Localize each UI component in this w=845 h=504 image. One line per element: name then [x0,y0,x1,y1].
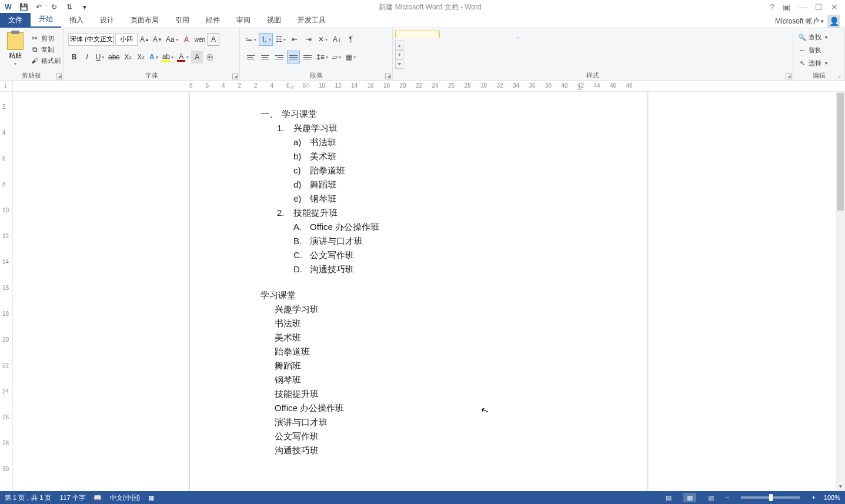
vertical-ruler[interactable]: 24681012141618202224262830 [0,92,13,491]
subscript-button[interactable]: X2 [122,51,133,64]
clear-formatting-button[interactable]: A̷ [181,33,192,46]
align-center-button[interactable] [259,51,272,64]
line-spacing-button[interactable]: ‡≡ [315,51,329,64]
align-right-button[interactable] [273,51,286,64]
touch-mode-button[interactable]: ⇅ [64,1,75,13]
tab-file[interactable]: 文件 [0,13,31,28]
font-dialog-launcher[interactable]: ◢ [232,74,238,79]
help-button[interactable]: ? [770,2,774,12]
replace-button[interactable]: ↔替换 [796,44,842,56]
tab-review[interactable]: 审阅 [228,13,259,28]
tab-developer[interactable]: 开发工具 [289,13,334,28]
phonetic-guide-button[interactable]: wén [193,33,206,46]
zoom-slider-knob[interactable] [769,494,773,501]
format-painter-button[interactable]: 🖌格式刷 [31,56,61,65]
first-line-indent-marker[interactable]: ▽ [290,85,296,89]
app-icon[interactable]: W [2,1,14,13]
qat-customize-dropdown[interactable]: ▾ [79,1,91,13]
horizontal-ruler[interactable]: ▽ △ △ 8642246810121416182022242628303234… [189,81,845,91]
font-size-combo[interactable]: 小四 [115,33,138,46]
undo-button[interactable]: ↶ [33,1,45,13]
style-item-4[interactable]: AaBbC标题 [574,31,619,38]
save-button[interactable]: 💾 [18,1,29,13]
zoom-out-button[interactable]: − [726,494,729,501]
sort-button[interactable]: A↓ [330,33,343,46]
account-area[interactable]: Microsoft 帐户 ▾ 👤 [334,15,845,28]
superscript-button[interactable]: X2 [135,51,146,64]
style-gallery-more[interactable]: ⏷ [395,59,403,69]
asian-layout-button[interactable]: ✕ [316,33,329,46]
decrease-indent-button[interactable]: ⇤ [288,33,301,46]
tab-selector[interactable]: L [0,81,13,91]
change-case-button[interactable]: Aa [165,33,179,46]
underline-button[interactable]: U [94,51,106,64]
style-item-7[interactable]: AaBbCcDd强调 [708,31,753,38]
find-button[interactable]: 🔍查找▾ [796,31,842,44]
paste-button[interactable]: 粘贴 ▾ [2,29,28,69]
macro-status[interactable]: ▦ [148,494,154,502]
minimize-button[interactable]: — [799,2,807,12]
ribbon-display-button[interactable]: ▣ [783,2,790,12]
vertical-scrollbar[interactable]: ▴ ▾ [836,92,845,491]
cut-button[interactable]: ✂剪切 [31,34,61,43]
paragraph-dialog-launcher[interactable]: ◢ [385,74,391,79]
style-item-0[interactable]: AaBbCcDd正文 [395,31,440,38]
page[interactable]: 一、 学习课堂1.兴趣学习班a)书法班b)美术班c)跆拳道班d)舞蹈班e)钢琴班… [189,92,648,491]
character-border-button[interactable]: A [208,33,219,46]
word-count-status[interactable]: 117 个字 [59,493,85,502]
zoom-in-button[interactable]: + [811,494,815,501]
redo-button[interactable]: ↻ [48,1,60,13]
clipboard-dialog-launcher[interactable]: ◢ [56,74,62,79]
proofing-status[interactable]: 📖 [93,494,102,502]
style-item-3[interactable]: AaBbC标题 2 [529,31,574,38]
close-button[interactable]: ✕ [831,2,838,12]
show-marks-button[interactable]: ¶ [345,33,358,46]
style-gallery-down[interactable]: ▾ [395,50,403,59]
bold-button[interactable]: B [68,51,80,64]
maximize-button[interactable]: ☐ [815,2,823,12]
shading-button[interactable]: ▱ [330,51,343,64]
text-effects-button[interactable]: A [148,51,159,64]
tab-layout[interactable]: 页面布局 [122,13,167,28]
scroll-thumb[interactable] [837,93,844,211]
tab-references[interactable]: 引用 [167,13,198,28]
multilevel-list-button[interactable]: ☷ [274,33,287,46]
bullets-button[interactable]: ≔ [245,33,258,46]
copy-button[interactable]: ⧉复制 [31,45,61,54]
tab-insert[interactable]: 插入 [61,13,92,28]
character-shading-button[interactable]: A [191,51,203,64]
borders-button[interactable]: ▦ [345,51,358,64]
numbering-button[interactable]: ⒈ [259,33,273,46]
style-gallery-up[interactable]: ▴ [395,41,403,50]
scroll-down-arrow[interactable]: ▾ [836,483,845,491]
font-color-button[interactable]: A [176,51,190,64]
strikethrough-button[interactable]: abc [107,51,121,64]
tab-view[interactable]: 视图 [259,13,289,28]
align-left-button[interactable] [245,51,258,64]
zoom-level[interactable]: 100% [824,494,840,501]
style-item-6[interactable]: AaBbCcDd不明显强调 [663,31,708,38]
increase-indent-button[interactable]: ⇥ [302,33,315,46]
style-item-1[interactable]: AaBbCcDd无间隔 [440,31,485,38]
web-layout-button[interactable]: ▧ [704,493,717,502]
styles-dialog-launcher[interactable]: ◢ [786,74,791,79]
page-number-status[interactable]: 第 1 页，共 1 页 [5,493,51,502]
zoom-slider[interactable] [741,496,800,499]
style-item-5[interactable]: AaBbC副标题 [619,31,663,38]
read-mode-button[interactable]: ▤ [662,493,675,502]
enclose-characters-button[interactable]: ㊥ [204,51,216,64]
select-button[interactable]: ↖选择▾ [796,56,842,69]
tab-home[interactable]: 开始 [31,12,61,28]
highlight-button[interactable]: ab [161,51,175,64]
justify-button[interactable] [287,51,300,64]
style-item-2[interactable]: AaBb标题 1 [485,31,529,38]
tab-design[interactable]: 设计 [92,13,122,28]
grow-font-button[interactable]: A▲ [139,33,151,46]
italic-button[interactable]: I [81,51,93,64]
print-layout-button[interactable]: ▦ [683,493,696,502]
language-status[interactable]: 中文(中国) [110,493,140,502]
font-name-combo[interactable]: 宋体 (中文正文) [68,33,114,46]
shrink-font-button[interactable]: A▼ [152,33,163,46]
tab-mailings[interactable]: 邮件 [198,13,228,28]
hanging-indent-marker[interactable]: △ [306,81,312,86]
